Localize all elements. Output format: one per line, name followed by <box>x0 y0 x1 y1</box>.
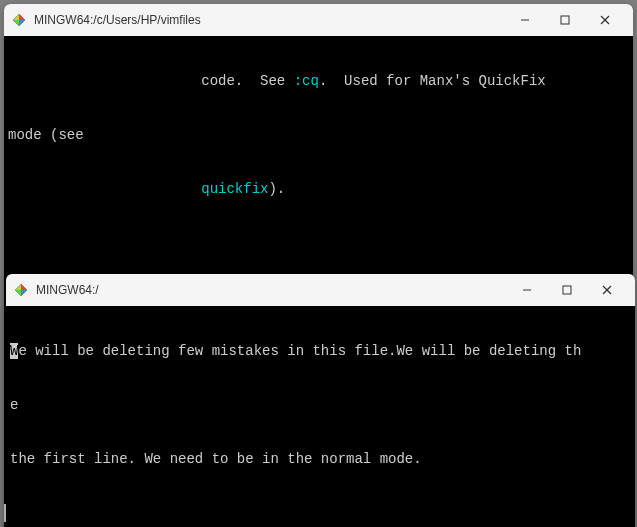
help-text <box>8 181 201 197</box>
svg-rect-6 <box>561 16 569 24</box>
window-controls <box>507 274 627 306</box>
svg-marker-2 <box>19 20 25 26</box>
app-icon <box>14 283 28 297</box>
titlebar[interactable]: MINGW64:/ <box>6 274 635 306</box>
buffer-line: e will be deleting few mistakes in this … <box>18 343 581 359</box>
svg-rect-15 <box>563 286 571 294</box>
buffer-line: the first line. We need to be in the nor… <box>10 450 631 468</box>
minimize-button[interactable] <box>505 4 545 36</box>
svg-marker-4 <box>13 14 19 20</box>
maximize-button[interactable] <box>547 274 587 306</box>
help-text: mode (see <box>8 126 629 144</box>
terminal-content[interactable]: We will be deleting few mistakes in this… <box>6 306 635 527</box>
svg-marker-1 <box>19 14 25 20</box>
titlebar[interactable]: MINGW64:/c/Users/HP/vimfiles <box>4 4 633 36</box>
window-title: MINGW64:/ <box>36 283 507 297</box>
window-title: MINGW64:/c/Users/HP/vimfiles <box>34 13 505 27</box>
svg-marker-3 <box>13 20 19 26</box>
help-link-quickfix: quickfix <box>201 181 268 197</box>
minimize-button[interactable] <box>507 274 547 306</box>
help-link-cq: :cq <box>294 73 319 89</box>
help-text: code. See <box>8 73 294 89</box>
maximize-button[interactable] <box>545 4 585 36</box>
window-controls <box>505 4 625 36</box>
close-button[interactable] <box>587 274 627 306</box>
help-text: . Used for Manx's QuickFix <box>319 73 546 89</box>
app-icon <box>12 13 26 27</box>
terminal-window-2: MINGW64:/ We will be deleting few mistak… <box>6 274 635 527</box>
help-text: ). <box>268 181 285 197</box>
buffer-line <box>10 504 631 522</box>
close-button[interactable] <box>585 4 625 36</box>
buffer-line: e <box>10 396 631 414</box>
